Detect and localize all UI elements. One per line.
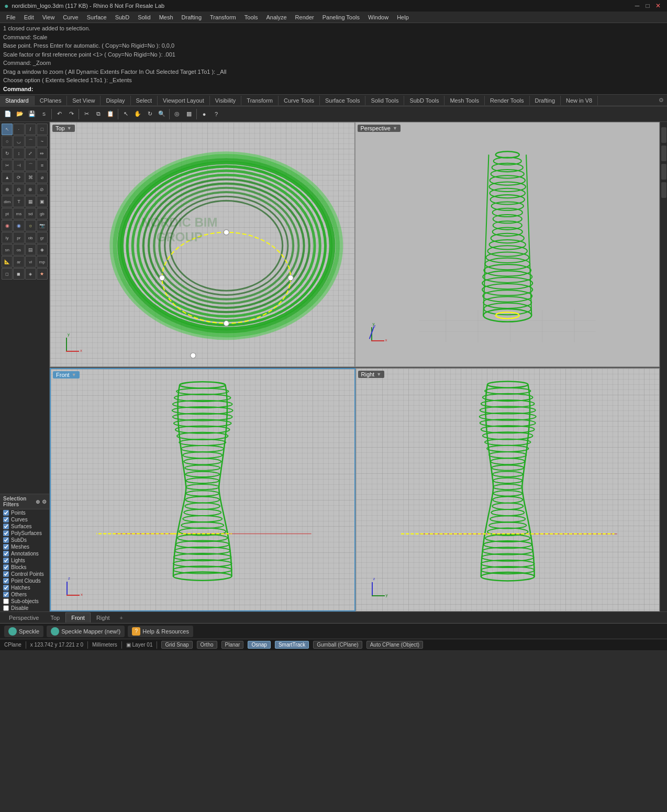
tab-display[interactable]: Display xyxy=(101,96,130,105)
tab-standard[interactable]: Standard xyxy=(0,96,35,105)
sf-annotations-check[interactable] xyxy=(3,551,9,557)
cut-button[interactable]: ✂ xyxy=(81,108,92,120)
status-ortho[interactable]: Ortho xyxy=(197,641,217,649)
loft-tool[interactable]: ⌘ xyxy=(25,172,36,183)
split-tool[interactable]: ⊘ xyxy=(37,184,48,195)
sweep-tool[interactable]: ⌀ xyxy=(37,172,48,183)
freeform-tool[interactable]: ~ xyxy=(37,136,48,147)
btab-front[interactable]: Front xyxy=(65,613,91,622)
boolean-int[interactable]: ⊗ xyxy=(25,184,36,195)
taskbar-help[interactable]: ? Help & Resources xyxy=(128,626,193,637)
fillet-tool[interactable]: ⌒ xyxy=(25,160,36,171)
window-controls[interactable]: ─ □ ✕ xyxy=(632,1,663,10)
status-grid-snap[interactable]: Grid Snap xyxy=(161,641,192,649)
rotate-button[interactable]: ↻ xyxy=(144,108,155,120)
paste-button[interactable]: 📋 xyxy=(105,108,116,120)
render-button[interactable]: ● xyxy=(198,108,210,120)
point-tool[interactable]: · xyxy=(13,124,24,135)
zoom-button[interactable]: 🔍 xyxy=(156,108,168,120)
viewport-front-label[interactable]: Front ▼ xyxy=(53,371,80,379)
sf-disable-check[interactable] xyxy=(3,605,9,611)
tab-render-tools[interactable]: Render Tools xyxy=(485,96,530,105)
extra-tool-4[interactable]: ★ xyxy=(37,268,48,280)
volume-tool[interactable]: vl xyxy=(25,256,36,268)
right-panel-btn-1[interactable] xyxy=(661,127,666,143)
settings-icon[interactable]: ⚙ xyxy=(655,95,667,105)
select-tool[interactable]: ↖ xyxy=(2,124,13,135)
menu-solid[interactable]: Solid xyxy=(134,13,154,21)
circle-tool[interactable]: ○ xyxy=(2,136,13,147)
viewport-top-label[interactable]: Top ▼ xyxy=(52,125,75,132)
maximize-button[interactable]: □ xyxy=(643,1,652,10)
copy-button[interactable]: ⧉ xyxy=(93,108,104,120)
extend-tool[interactable]: ⊣ xyxy=(13,160,24,171)
extrude-tool[interactable]: ▲ xyxy=(2,172,13,183)
right-panel-btn-4[interactable] xyxy=(661,182,666,198)
right-panel-btn-3[interactable] xyxy=(661,164,666,180)
polyline-tool[interactable]: ⌒ xyxy=(25,136,36,147)
status-planar[interactable]: Planar xyxy=(221,641,244,649)
boolean-union[interactable]: ⊕ xyxy=(2,184,13,195)
sf-all-btn[interactable]: ⊕ xyxy=(36,499,40,505)
mesh-tool[interactable]: ms xyxy=(13,208,24,219)
open-button[interactable]: 📂 xyxy=(14,108,26,120)
menu-subd[interactable]: SubD xyxy=(111,13,134,21)
subd-tool[interactable]: sd xyxy=(25,208,36,219)
picture-tool[interactable]: ▣ xyxy=(37,196,48,207)
object-tool[interactable]: ob xyxy=(25,232,36,243)
btab-top[interactable]: Top xyxy=(45,613,65,622)
menu-curve[interactable]: Curve xyxy=(59,13,82,21)
analysis-tool[interactable]: ◈ xyxy=(37,244,48,255)
mass-props[interactable]: mp xyxy=(37,256,48,268)
move-tool[interactable]: ↕ xyxy=(13,148,24,159)
extra-tool-2[interactable]: ◼ xyxy=(13,268,24,280)
close-button[interactable]: ✕ xyxy=(653,1,663,10)
viewport-front-dropdown[interactable]: ▼ xyxy=(72,372,76,377)
light-tool[interactable]: ☼ xyxy=(25,220,36,231)
viewport-perspective[interactable]: Perspective ▼ x y z xyxy=(355,122,660,367)
viewport-perspective-dropdown[interactable]: ▼ xyxy=(393,126,397,131)
menu-render[interactable]: Render xyxy=(291,13,318,21)
sf-settings-btn[interactable]: ⚙ xyxy=(42,499,47,505)
taskbar-speckle[interactable]: Speckle xyxy=(4,626,43,637)
point-cloud-tool[interactable]: pt xyxy=(2,208,13,219)
sf-hatches-check[interactable] xyxy=(3,585,9,591)
redo-button[interactable]: ↷ xyxy=(65,108,77,120)
scale-tool[interactable]: ⤢ xyxy=(25,148,36,159)
viewport-right-label[interactable]: Right ▼ xyxy=(358,371,385,378)
pan-button[interactable]: ✋ xyxy=(132,108,143,120)
snap-button[interactable]: ◎ xyxy=(171,108,183,120)
revolve-tool[interactable]: ⟳ xyxy=(13,172,24,183)
grid-tool[interactable]: ▤ xyxy=(25,244,36,255)
tab-solid-tools[interactable]: Solid Tools xyxy=(365,96,404,105)
osnap-tool[interactable]: os xyxy=(13,244,24,255)
sf-polysurfaces-check[interactable] xyxy=(3,530,9,536)
cmd-prompt[interactable]: Command: xyxy=(3,85,664,94)
viewport-front[interactable]: Front ▼ x z xyxy=(50,368,355,612)
undo-button[interactable]: ↶ xyxy=(53,108,65,120)
btab-right[interactable]: Right xyxy=(91,613,116,622)
extra-tool-1[interactable]: ◻ xyxy=(2,268,13,280)
tab-surface-tools[interactable]: Surface Tools xyxy=(320,96,365,105)
tab-transform[interactable]: Transform xyxy=(241,96,279,105)
line-tool[interactable]: / xyxy=(25,124,36,135)
group-tool[interactable]: gr xyxy=(37,232,48,243)
btab-add[interactable]: + xyxy=(116,613,127,622)
menu-edit[interactable]: Edit xyxy=(20,13,38,21)
offset-tool[interactable]: ≡ xyxy=(37,160,48,171)
select-button[interactable]: ↖ xyxy=(120,108,131,120)
viewport-right-dropdown[interactable]: ▼ xyxy=(376,372,381,377)
trim-tool[interactable]: ✂ xyxy=(2,160,13,171)
tab-visibility[interactable]: Visibility xyxy=(210,96,242,105)
text-tool[interactable]: T xyxy=(13,196,24,207)
boolean-diff[interactable]: ⊖ xyxy=(13,184,24,195)
layer-tool[interactable]: ly xyxy=(2,232,13,243)
menu-file[interactable]: File xyxy=(2,13,20,21)
status-osnap[interactable]: Osnap xyxy=(248,641,270,649)
menu-transform[interactable]: Transform xyxy=(206,13,240,21)
help-toolbar-button[interactable]: ? xyxy=(210,108,222,120)
extra-tool-3[interactable]: ◈ xyxy=(25,268,36,280)
btab-perspective[interactable]: Perspective xyxy=(3,613,45,622)
dimension-tool[interactable]: dim xyxy=(2,196,13,207)
sf-points-check[interactable] xyxy=(3,510,9,516)
